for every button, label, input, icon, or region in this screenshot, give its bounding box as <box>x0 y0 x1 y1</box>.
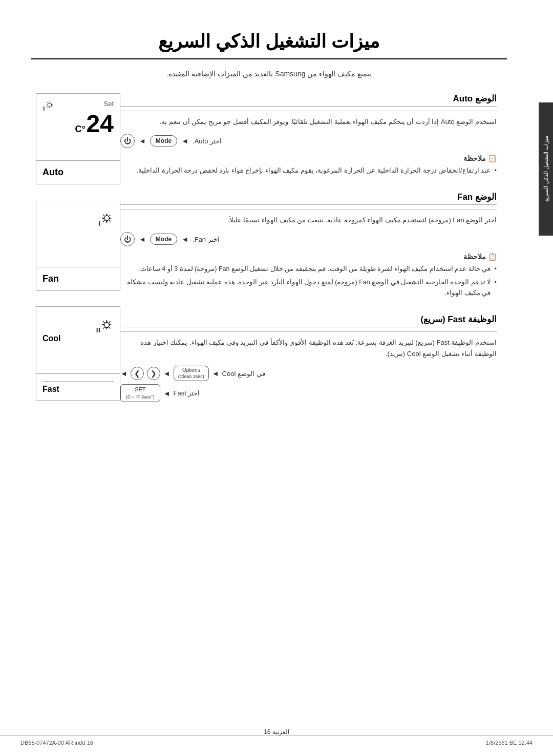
section-auto: الوضع Auto استخدم الوضع Auto إذا أردت أن… <box>120 93 497 176</box>
fast-body: استخدم الوظيفة Fast (سريع) لتبريد الغرفة… <box>120 337 497 360</box>
fan-panel-top: ⛭i <box>36 200 120 267</box>
fast-section-title: الوظيفة Fast (سريع) <box>120 314 497 327</box>
fan-arrow: ◄ <box>181 235 188 243</box>
footer-right: 1/8/2561 BE 12:44 <box>486 740 533 746</box>
section-fan: الوضع Fan اختر الوضع Fan (مروحة) لتستخدم… <box>120 192 497 299</box>
auto-power-btn[interactable]: ⏻ <box>120 134 135 148</box>
auto-panel: Set ⛭II 24 °C Auto <box>36 93 120 184</box>
footer: DB68-07472A-00 AR.indd 16 16 العربية 1/8… <box>0 735 553 746</box>
auto-temp-row: 24 °C <box>42 112 114 136</box>
fan-panel-icon: ⛭i <box>99 211 114 226</box>
fast-command-row1: في الوضع Cool ◄ Options(Clean 3sec) ◄ ❮ … <box>120 366 497 381</box>
section-fast: الوظيفة Fast (سريع) استخدم الوظيفة Fast … <box>120 314 497 402</box>
subtitle: يتمتع مكيف الهواء من Samsung بالعديد من … <box>31 70 507 78</box>
auto-set-label: Set <box>103 100 114 108</box>
fan-body: اختر الوضع Fan (مروحة) لتستخدم مكيف الهو… <box>120 215 497 226</box>
cool-fan-icon: ⛭III <box>95 317 114 332</box>
page-title: ميزات التشغيل الذكي السريع <box>31 31 507 52</box>
fan-note: 📋 ملاحظة في حالة عدم استخدام مكيف الهواء… <box>120 253 497 299</box>
fast-arrow1: ◄ <box>212 369 219 377</box>
fan-note-item-0: في حالة عدم استخدام مكيف الهواء لفترة طو… <box>120 264 497 275</box>
auto-panel-bottom: Auto <box>36 160 120 184</box>
auto-mode-btn[interactable]: Mode <box>150 135 177 146</box>
fast-set-btn[interactable]: SET(°C←°F 3sec) <box>120 384 160 402</box>
fan-panel: ⛭i Fan <box>36 200 120 291</box>
auto-celsius: °C <box>75 124 85 135</box>
side-tab-text: ميزات التشغيل الذكي السريع <box>542 136 549 202</box>
cool-label: Cool <box>42 334 114 343</box>
title-divider <box>31 58 507 59</box>
fan-note-icon: 📋 <box>488 253 497 261</box>
auto-note-title: 📋 ملاحظة <box>120 154 497 162</box>
fan-section-title: الوضع Fan <box>120 192 497 205</box>
auto-mode-label: Auto <box>42 167 114 178</box>
fast-command2-text: اختر Fast <box>174 389 200 397</box>
auto-panel-top: Set ⛭II 24 °C <box>36 94 120 160</box>
fan-mode-btn[interactable]: Mode <box>150 234 177 245</box>
fan-note-item-1: لا تدعم الوحدة الخارجية التشغيل في الوضع… <box>120 277 497 299</box>
auto-note: 📋 ملاحظة عند ارتفاع/انخفاض درجة الحرارة … <box>120 154 497 176</box>
panel-column: Set ⛭II 24 °C Auto ⛭i <box>31 93 120 417</box>
fast-options-btn[interactable]: Options(Clean 3sec) <box>174 366 209 381</box>
auto-fan-icon: ⛭II <box>42 100 55 112</box>
auto-body: استخدم الوضع Auto إذا أردت أن يتحكم مكيف… <box>120 116 497 128</box>
auto-command-text: اختر Auto. <box>193 137 222 145</box>
layout-container: الوضع Auto استخدم الوضع Auto إذا أردت أن… <box>31 93 507 417</box>
cool-fast-panel-bottom: Fast <box>36 373 120 400</box>
fan-power-btn[interactable]: ⏻ <box>120 232 135 246</box>
auto-command-row: اختر Auto. ◄ Mode ◄ ⏻ <box>120 134 497 148</box>
fan-divider <box>120 209 497 209</box>
auto-section-title: الوضع Auto <box>120 93 497 107</box>
auto-arrow: ◄ <box>181 137 188 145</box>
footer-page-number: 16 العربية <box>264 728 289 736</box>
fast-left-btn[interactable]: ❮ <box>147 367 160 380</box>
fan-note-title: 📋 ملاحظة <box>120 253 497 261</box>
fast-arrow3: ◄ <box>120 369 127 377</box>
fast-arrow4: ◄ <box>163 389 171 397</box>
fast-divider <box>120 331 497 332</box>
fan-command-row: اختر Fan. ◄ Mode ◄ ⏻ <box>120 232 497 246</box>
auto-arrow2: ◄ <box>139 137 146 145</box>
auto-note-item-0: عند ارتفاع/انخفاض درجة الحرارة الداخلية … <box>120 165 497 176</box>
cool-fast-panel: ⛭III Cool Fast <box>36 306 120 401</box>
fan-command-text: اختر Fan. <box>193 236 220 243</box>
fan-arrow2: ◄ <box>139 235 146 243</box>
text-column: الوضع Auto استخدم الوضع Auto إذا أردت أن… <box>120 93 507 417</box>
footer-left: DB68-07472A-00 AR.indd 16 <box>20 740 93 746</box>
cool-fast-panel-top: ⛭III Cool <box>36 307 120 373</box>
fast-label: Fast <box>42 381 114 394</box>
fan-panel-bottom: Fan <box>36 267 120 290</box>
side-tab: ميزات التشغيل الذكي السريع <box>539 102 553 236</box>
auto-divider <box>120 111 497 111</box>
fast-arrow2: ◄ <box>163 369 171 377</box>
note-icon: 📋 <box>488 154 497 162</box>
fast-command1-text: في الوضع Cool <box>222 370 265 377</box>
fast-command-row2: اختر Fast ◄ SET(°C←°F 3sec) <box>120 384 497 402</box>
fast-right-btn[interactable]: ❯ <box>131 367 144 380</box>
main-content: ميزات التشغيل الذكي السريع يتمتع مكيف ال… <box>0 0 538 448</box>
auto-temp: 24 <box>87 112 114 136</box>
fan-mode-label: Fan <box>42 274 114 284</box>
